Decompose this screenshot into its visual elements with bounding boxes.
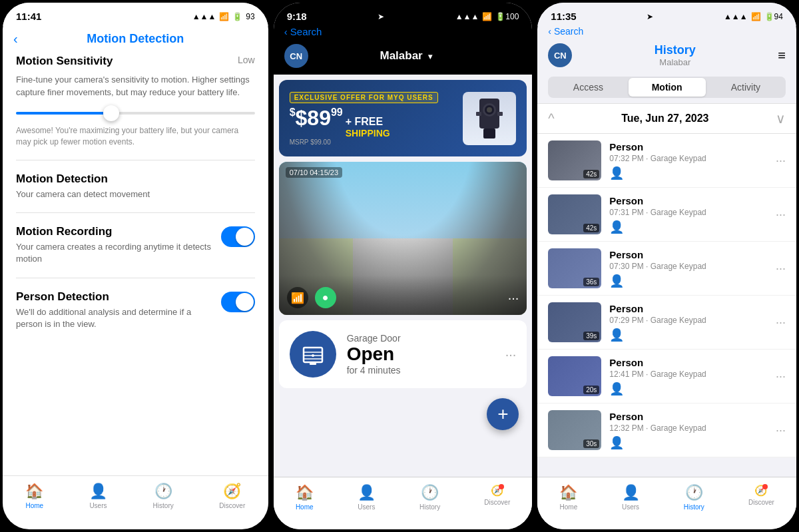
nav-history-p1[interactable]: 🕐 History: [153, 483, 174, 509]
wifi-ctrl-btn[interactable]: 📶: [287, 287, 308, 308]
location-name-p2: Malabar: [380, 49, 422, 62]
slider-thumb[interactable]: [103, 105, 119, 121]
fab-add-btn[interactable]: +: [487, 398, 519, 430]
p3-header-left: CN: [548, 43, 572, 67]
battery-icon: 🔋: [232, 12, 242, 21]
discover-icon-wrap-p2: 🧭: [491, 484, 504, 497]
motion-recording-row: Motion Recording Your camera creates a r…: [16, 225, 255, 265]
p3-header-center: History Malabar: [572, 43, 778, 67]
users-icon-p2: 👤: [358, 484, 376, 501]
search-label-p3: Search: [554, 26, 583, 37]
duration-badge-5: 20s: [583, 386, 599, 394]
event-label-6: Person: [609, 411, 768, 422]
wifi-icon-p3: 📶: [751, 12, 761, 21]
camera-product-svg: [473, 95, 506, 142]
date-next-btn[interactable]: ∨: [776, 111, 786, 127]
person-icon-5: 👤: [609, 382, 768, 396]
more-btn-5[interactable]: ···: [776, 370, 786, 384]
tab-access[interactable]: Access: [549, 78, 627, 97]
person-detection-row: Person Detection We'll do additional ana…: [16, 290, 255, 330]
wifi-icon: 📶: [219, 12, 229, 21]
wifi-icon-p2: 📶: [482, 12, 492, 21]
back-arrow-p2[interactable]: ‹: [284, 26, 290, 37]
tab-activity[interactable]: Activity: [707, 78, 784, 97]
more-btn-6[interactable]: ···: [776, 423, 786, 437]
back-arrow-p3[interactable]: ‹: [548, 26, 554, 37]
event-label-1: Person: [609, 141, 768, 152]
history-info-1: Person 07:32 PM · Garage Keypad 👤: [609, 141, 768, 180]
history-date: Tue, Jun 27, 2023: [621, 113, 708, 125]
signal-icon: ▲▲▲: [192, 12, 216, 21]
history-label-p2: History: [419, 503, 440, 511]
thumbnail-2[interactable]: 42s: [548, 194, 601, 234]
event-meta-4: 07:29 PM · Garage Keypad: [609, 316, 768, 325]
nav-users-p1[interactable]: 👤 Users: [89, 483, 107, 509]
thumbnail-4[interactable]: 39s: [548, 302, 601, 342]
person-detection-desc: We'll do additional analysis and determi…: [16, 306, 213, 330]
discover-notification-dot-p2: [499, 484, 504, 489]
motion-detection-section: Motion Detection Your camera can detect …: [16, 172, 255, 200]
time-p1: 11:41: [16, 11, 41, 22]
ad-banner[interactable]: EXCLUSIVE OFFER FOR MYQ USERS $$8999 + F…: [279, 80, 527, 156]
slider-track[interactable]: [16, 112, 255, 115]
motion-detection-desc: Your camera can detect movement: [16, 188, 255, 200]
thumbnail-6[interactable]: 30s: [548, 410, 601, 450]
date-prev-btn[interactable]: ^: [548, 111, 554, 127]
svg-point-12: [312, 354, 314, 357]
person-detection-toggle[interactable]: [221, 292, 255, 312]
more-btn-2[interactable]: ···: [776, 208, 786, 222]
camera-feed: 07/10 04:15/23 📶 ● ···: [279, 162, 527, 315]
discover-label-p3: Discover: [748, 499, 774, 506]
history-info-4: Person 07:29 PM · Garage Keypad 👤: [609, 303, 768, 342]
svg-rect-6: [497, 112, 503, 116]
thumbnail-1[interactable]: 42s: [548, 140, 601, 180]
history-icon-p1: 🕐: [154, 483, 172, 500]
history-tabs: Access Motion Activity: [548, 77, 786, 98]
home-icon-p2: 🏠: [296, 484, 314, 501]
nav-users-p2[interactable]: 👤 Users: [358, 484, 376, 511]
green-ctrl-btn[interactable]: ●: [315, 287, 336, 308]
history-label-p1: History: [153, 502, 174, 509]
more-btn-4[interactable]: ···: [776, 316, 786, 330]
status-bar-p2: 9:18 ➤ ▲▲▲ 📶 🔋100: [274, 3, 533, 26]
nav-history-p2[interactable]: 🕐 History: [419, 484, 440, 511]
history-info-3: Person 07:30 PM · Garage Keypad 👤: [609, 249, 768, 288]
garage-door-icon: [290, 331, 336, 378]
thumbnail-5[interactable]: 20s: [548, 356, 601, 396]
nav-history-p3[interactable]: 🕐 History: [684, 484, 704, 511]
history-icon-p3: 🕐: [685, 484, 703, 501]
avatar-p3: CN: [548, 43, 572, 67]
more-btn-3[interactable]: ···: [776, 262, 786, 276]
motion-detection-title: Motion Detection: [16, 172, 255, 186]
nav-home-p3[interactable]: 🏠 Home: [559, 484, 577, 511]
location-chevron-p2[interactable]: ▾: [428, 52, 432, 61]
status-icons-p3: ▲▲▲ 📶 🔋94: [724, 12, 783, 21]
nav-discover-p1[interactable]: 🧭 Discover: [219, 483, 245, 509]
nav-discover-p2[interactable]: 🧭 Discover: [484, 484, 510, 511]
garage-time: for 4 minutes: [347, 365, 495, 376]
divider-1: [16, 160, 255, 160]
thumbnail-3[interactable]: 36s: [548, 248, 601, 288]
nav-bar-p1: ‹ Motion Detection: [3, 26, 268, 55]
more-btn-1[interactable]: ···: [776, 154, 786, 168]
menu-icon-p3[interactable]: ≡: [778, 48, 786, 63]
nav-discover-p3[interactable]: 🧭 Discover: [748, 484, 774, 511]
history-icon-p2: 🕐: [421, 484, 439, 501]
users-icon-p1: 👤: [89, 483, 107, 500]
nav-users-p3[interactable]: 👤 Users: [622, 484, 640, 511]
motion-recording-toggle[interactable]: [221, 226, 255, 247]
home-icon-p3: 🏠: [559, 484, 577, 501]
back-button[interactable]: ‹: [13, 31, 18, 47]
nav-home-p1[interactable]: 🏠 Home: [25, 483, 43, 509]
feed-more-btn[interactable]: ···: [508, 290, 519, 306]
garage-card: Garage Door Open for 4 minutes ···: [279, 320, 527, 388]
tab-motion[interactable]: Motion: [629, 78, 706, 97]
person-icon-2: 👤: [609, 220, 768, 234]
garage-more-btn[interactable]: ···: [505, 347, 517, 362]
garage-info: Garage Door Open for 4 minutes: [347, 333, 495, 376]
content-p1: Motion Sensitivity Low Fine-tune your ca…: [3, 55, 268, 475]
ad-price-row: $$8999 + FREE SHIPPING: [290, 107, 455, 138]
person-detection-title: Person Detection: [16, 290, 213, 304]
nav-home-p2[interactable]: 🏠 Home: [296, 484, 314, 511]
svg-rect-11: [310, 362, 316, 365]
